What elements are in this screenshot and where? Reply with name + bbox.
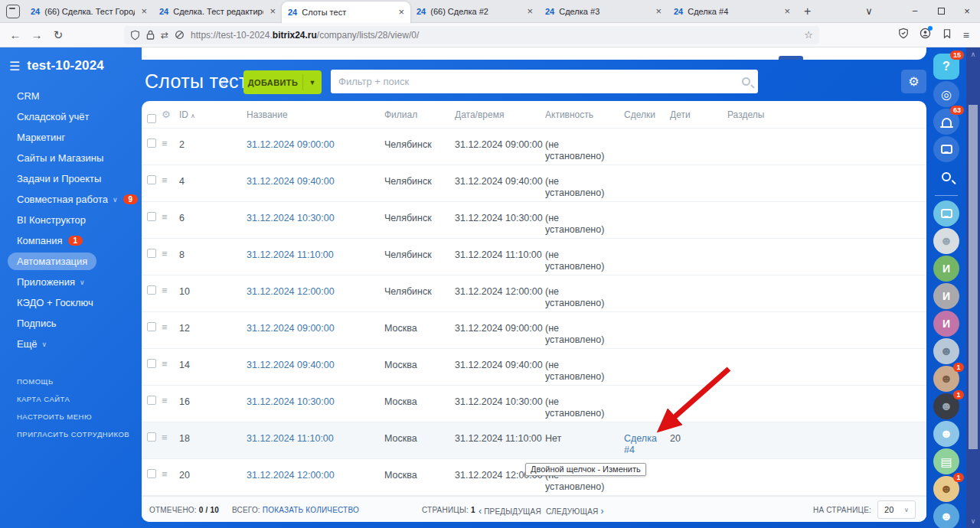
user-avatar[interactable]: ☻ [933, 228, 959, 254]
help-link[interactable]: ПОМОЩЬ [8, 373, 142, 390]
sidebar-item-company[interactable]: Компания 1 [8, 230, 142, 251]
row-name-link[interactable]: 31.12.2024 12:00:00 [247, 286, 335, 297]
column-datetime[interactable]: Дата/время [455, 109, 545, 120]
add-button-label[interactable]: ДОБАВИТЬ [243, 70, 302, 94]
browser-tab-5[interactable]: 24 Сделка #3 × [539, 2, 668, 21]
address-bar[interactable]: ⇄ https://test-10-2024.bitrix24.ru/compa… [124, 26, 819, 44]
sidebar-burger-icon[interactable]: ☰ [9, 59, 20, 73]
browser-tab-active[interactable]: 24 Слоты тест × [282, 2, 410, 23]
back-button[interactable]: ← [5, 28, 26, 41]
new-tab-button[interactable]: + [796, 5, 818, 18]
scroll-up-icon[interactable]: ∧ [966, 51, 980, 58]
row-name-link[interactable]: 31.12.2024 09:40:00 [247, 176, 335, 187]
row-name-link[interactable]: 31.12.2024 09:40:00 [247, 360, 335, 370]
column-id[interactable]: ID∧ [179, 109, 247, 120]
row-menu-icon[interactable]: ≡ [162, 312, 179, 348]
row-name-link[interactable]: 31.12.2024 09:00:00 [247, 323, 335, 334]
window-close-button[interactable]: × [954, 5, 980, 17]
column-deals[interactable]: Сделки [624, 109, 670, 120]
sidebar-item-more[interactable]: Ещё ∨ [8, 334, 142, 354]
sidebar-item-inventory[interactable]: Складской учёт [8, 106, 142, 127]
copilot-button[interactable]: ◎ [933, 81, 959, 107]
sidebar-item-tasks[interactable]: Задачи и Проекты [8, 168, 142, 189]
row-menu-icon[interactable]: ≡ [162, 349, 179, 385]
tab-close-icon[interactable]: × [268, 5, 277, 17]
user-avatar[interactable]: ☻1 [933, 476, 959, 502]
minimize-button[interactable]: − [902, 5, 928, 17]
row-name-link[interactable]: 31.12.2024 09:00:00 [247, 139, 335, 150]
browser-menu-icon[interactable]: ≡ [963, 29, 969, 41]
row-deal-link[interactable]: Сделка #4 [624, 433, 657, 455]
table-row-highlighted[interactable]: ≡ 18 31.12.2024 11:10:00 Москва 31.12.20… [142, 422, 926, 459]
browser-tab-4[interactable]: 24 (66) Сделка #2 × [410, 2, 539, 21]
user-avatar[interactable]: ☻1 [933, 393, 959, 419]
tab-close-icon[interactable]: × [139, 5, 149, 17]
configure-menu-link[interactable]: НАСТРОИТЬ МЕНЮ [8, 408, 142, 425]
column-activity[interactable]: Активность [545, 109, 624, 120]
row-menu-icon[interactable]: ≡ [162, 422, 179, 458]
table-row[interactable]: ≡ 16 31.12.2024 10:30:00 Москва 31.12.20… [142, 386, 926, 422]
reload-button[interactable]: ↻ [47, 28, 69, 42]
table-row[interactable]: ≡ 2 31.12.2024 09:00:00 Челябинск 31.12.… [142, 129, 926, 165]
notifications-button[interactable]: 63 [933, 109, 959, 135]
row-menu-icon[interactable]: ≡ [162, 129, 179, 165]
row-checkbox[interactable] [147, 469, 156, 478]
firefox-view-icon[interactable] [6, 5, 20, 18]
tab-close-icon[interactable]: × [525, 5, 534, 17]
scrollbar-thumb[interactable] [969, 105, 978, 449]
column-children[interactable]: Дети [670, 109, 727, 120]
list-settings-button[interactable]: ⚙ [901, 70, 926, 93]
rail-search-button[interactable] [933, 164, 959, 190]
page-scrollbar[interactable]: ∧ ∨ [966, 47, 980, 528]
group-avatar[interactable]: ☻ [933, 421, 959, 447]
forward-button[interactable]: → [26, 28, 47, 41]
column-name[interactable]: Название [247, 109, 384, 120]
row-menu-icon[interactable]: ≡ [162, 165, 179, 201]
row-name-link[interactable]: 31.12.2024 10:30:00 [247, 396, 335, 407]
add-button[interactable]: ДОБАВИТЬ ▼ [243, 70, 322, 94]
row-checkbox[interactable] [147, 139, 156, 148]
tracking-shield-icon[interactable] [130, 30, 140, 41]
row-checkbox[interactable] [147, 432, 156, 442]
invite-employees-link[interactable]: ПРИГЛАСИТЬ СОТРУДНИКОВ [8, 425, 142, 443]
column-branch[interactable]: Филиал [384, 109, 455, 120]
invite-users-button[interactable]: ☻ [933, 504, 959, 528]
permissions-icon[interactable]: ⇄ [161, 30, 168, 41]
row-checkbox[interactable] [147, 249, 156, 258]
tab-close-icon[interactable]: × [782, 5, 792, 17]
row-checkbox[interactable] [147, 285, 156, 295]
browser-tab-2[interactable]: 24 Сделка. Тест редактирование: × [153, 2, 282, 21]
sidebar-item-bi[interactable]: BI Конструктор [8, 210, 142, 230]
row-name-link[interactable]: 31.12.2024 10:30:00 [247, 213, 335, 223]
table-row[interactable]: ≡ 10 31.12.2024 12:00:00 Челябинск 31.12… [142, 275, 926, 312]
table-row[interactable]: ≡ 12 31.12.2024 09:00:00 Москва 31.12.20… [142, 312, 926, 349]
filter-search-box[interactable] [331, 70, 758, 93]
row-menu-icon[interactable]: ≡ [162, 459, 179, 495]
table-row[interactable]: ≡ 4 31.12.2024 09:40:00 Челябинск 31.12.… [142, 165, 926, 202]
select-all-checkbox[interactable] [147, 114, 156, 123]
sidebar-item-sites[interactable]: Сайты и Магазины [8, 148, 142, 168]
user-avatar[interactable]: И [933, 311, 959, 337]
chat-avatar[interactable] [933, 200, 959, 227]
list-all-tabs-icon[interactable]: ∨ [856, 5, 882, 17]
sidebars-icon[interactable] [942, 28, 952, 42]
tab-close-icon[interactable]: × [654, 5, 663, 17]
privacy-shield-icon[interactable] [898, 28, 909, 42]
grid-settings-gear-icon[interactable]: ⚙ [162, 109, 179, 120]
user-avatar[interactable]: И [933, 283, 959, 309]
row-checkbox[interactable] [147, 359, 156, 368]
help-button[interactable]: ? 15 [933, 54, 959, 80]
row-checkbox[interactable] [147, 396, 156, 405]
row-checkbox[interactable] [147, 175, 156, 184]
column-sections[interactable]: Разделы [727, 109, 926, 120]
sidebar-item-apps[interactable]: Приложения ∨ [8, 272, 142, 292]
browser-tab-1[interactable]: 24 (66) Сделка. Тест Город: Редак × [24, 2, 153, 21]
account-icon[interactable] [920, 28, 931, 42]
sidebar-item-sign[interactable]: Подпись [8, 313, 142, 334]
row-menu-icon[interactable]: ≡ [162, 275, 179, 311]
browser-tab-6[interactable]: 24 Сделка #4 × [668, 2, 796, 21]
row-name-link[interactable]: 31.12.2024 12:00:00 [247, 470, 335, 481]
tab-close-icon[interactable]: × [397, 6, 406, 18]
user-avatar[interactable]: И [933, 256, 959, 282]
maximize-button[interactable] [928, 5, 954, 17]
